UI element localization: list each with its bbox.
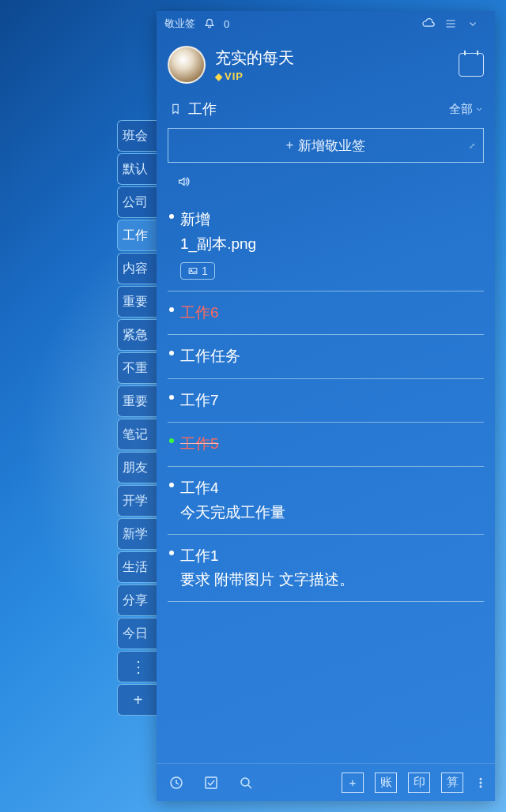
svg-point-7 (480, 785, 481, 787)
note-subtext: 今天完成工作量 (180, 502, 479, 523)
svg-rect-3 (206, 777, 217, 788)
note-item[interactable]: 工作5 (168, 423, 484, 467)
calendar-icon[interactable] (459, 53, 484, 77)
note-item[interactable]: 工作1要求 附带图片 文字描述。 (168, 535, 484, 603)
svg-point-4 (241, 778, 249, 786)
note-item[interactable]: 工作4今天完成工作量 (168, 467, 484, 535)
sidebar-tab[interactable]: 内容 (117, 253, 158, 284)
bottom-bar: + 账 印 算 (157, 763, 495, 801)
avatar[interactable] (168, 46, 206, 84)
notes-list: 新增1_副本.png1工作6工作任务工作7工作5工作4今天完成工作量工作1要求 … (157, 198, 495, 763)
note-title: 工作1 (180, 546, 479, 567)
add-note-button[interactable]: + 新增敬业签 ⤢ (168, 128, 484, 163)
attachment-badge[interactable]: 1 (180, 262, 215, 280)
note-title: 工作6 (180, 303, 479, 324)
sidebar-add-button[interactable]: + (117, 684, 158, 716)
note-item[interactable]: 工作任务 (168, 335, 484, 379)
filter-dropdown[interactable]: 全部 (449, 102, 484, 117)
svg-point-6 (480, 782, 481, 784)
sidebar-more-button[interactable]: ⋮ (117, 651, 158, 682)
expand-icon: ⤢ (469, 141, 475, 150)
more-vertical-icon[interactable] (474, 771, 487, 795)
sidebar-tab[interactable]: 班会 (117, 120, 158, 152)
note-title: 工作5 (180, 434, 479, 455)
main-panel: 敬业签 0 充实的每天 VIP 工作 全部 (157, 11, 495, 801)
sidebar-tab[interactable]: 公司 (117, 186, 158, 218)
sidebar-tab[interactable]: 工作 (117, 220, 158, 251)
sidebar-tab[interactable]: 新学 (117, 518, 158, 550)
account-button[interactable]: 账 (375, 773, 397, 793)
note-subtext: 要求 附带图片 文字描述。 (180, 570, 479, 590)
svg-rect-0 (189, 268, 197, 273)
category-tabs-column: 班会默认公司工作内容重要紧急不重重要笔记朋友开学新学生活分享今日⋮+ (117, 120, 158, 716)
note-item[interactable]: 工作6 (168, 291, 484, 336)
print-button[interactable]: 印 (408, 773, 430, 793)
plus-icon: + (286, 137, 294, 153)
note-title: 工作7 (180, 390, 479, 412)
note-item[interactable]: 工作7 (168, 379, 484, 423)
checkbox-icon[interactable] (199, 771, 223, 795)
sidebar-tab[interactable]: 默认 (117, 153, 158, 185)
profile-row: 充实的每天 VIP (157, 36, 495, 93)
sidebar-tab[interactable]: 重要 (117, 286, 158, 318)
add-square-button[interactable]: + (342, 773, 364, 793)
svg-point-5 (480, 778, 481, 780)
bell-icon[interactable] (202, 16, 217, 32)
calc-button[interactable]: 算 (441, 773, 463, 793)
category-row: 工作 全部 (157, 93, 495, 125)
note-title: 新增 (180, 209, 479, 231)
profile-text: 充实的每天 VIP (215, 47, 459, 83)
note-title: 工作4 (180, 478, 479, 499)
clock-icon[interactable] (164, 771, 188, 795)
cloud-sync-icon[interactable] (421, 16, 436, 32)
sound-row (157, 171, 495, 198)
sidebar-tab[interactable]: 开学 (117, 485, 158, 517)
sidebar-tab[interactable]: 紧急 (117, 319, 158, 351)
sidebar-tab[interactable]: 分享 (117, 585, 158, 616)
note-subtext: 1_副本.png (180, 234, 479, 254)
search-icon[interactable] (234, 771, 258, 795)
sidebar-tab[interactable]: 笔记 (117, 419, 158, 450)
note-title: 工作任务 (180, 346, 479, 367)
sidebar-tab[interactable]: 今日 (117, 618, 158, 649)
sidebar-tab[interactable]: 不重 (117, 352, 158, 384)
bookmark-icon (168, 101, 183, 117)
sidebar-tab[interactable]: 重要 (117, 385, 158, 417)
vip-badge: VIP (215, 70, 244, 82)
username-label: 充实的每天 (215, 47, 459, 69)
app-name-label: 敬业签 (164, 17, 195, 31)
sidebar-tab[interactable]: 生活 (117, 551, 158, 583)
notification-count: 0 (224, 18, 229, 30)
category-name: 工作 (188, 100, 217, 118)
menu-icon[interactable] (443, 16, 459, 32)
sidebar-tab[interactable]: 朋友 (117, 452, 158, 483)
title-bar: 敬业签 0 (157, 11, 495, 36)
chevron-down-icon[interactable] (465, 16, 481, 32)
speaker-icon[interactable] (176, 174, 191, 190)
note-item[interactable]: 新增1_副本.png1 (168, 198, 484, 291)
